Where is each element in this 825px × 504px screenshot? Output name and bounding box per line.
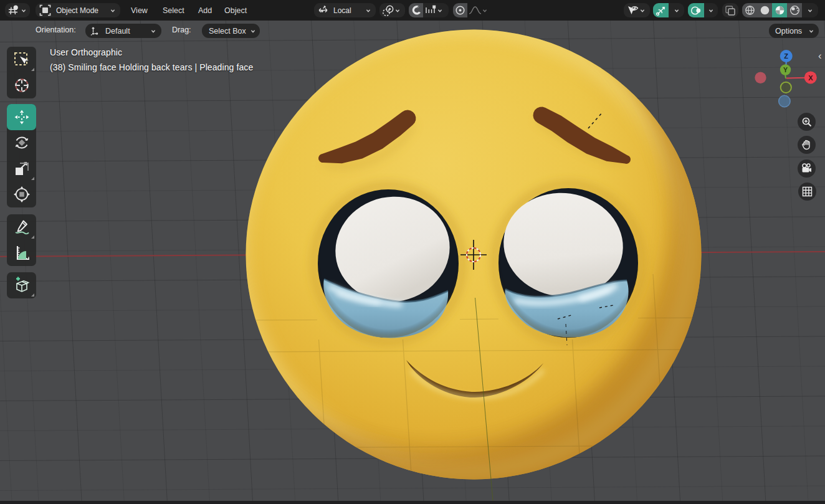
svg-text:Y: Y <box>783 66 788 74</box>
svg-text:Z: Z <box>784 52 788 60</box>
svg-text:X: X <box>808 74 813 82</box>
